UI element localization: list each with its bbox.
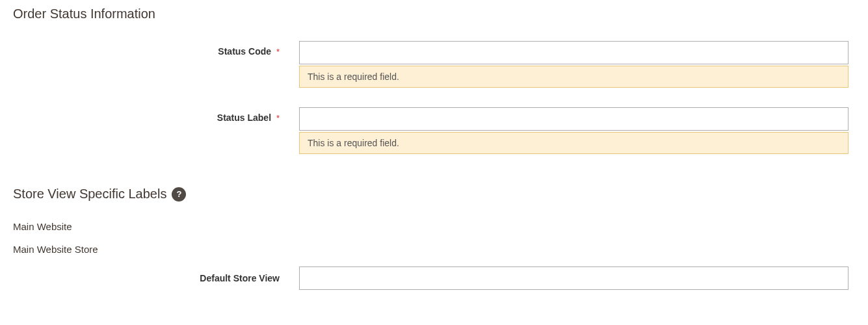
status-label-row: Status Label * This is a required field. bbox=[13, 107, 855, 154]
status-code-input[interactable] bbox=[299, 41, 848, 64]
order-status-info-heading: Order Status Information bbox=[13, 6, 855, 21]
required-asterisk-icon: * bbox=[276, 113, 280, 123]
status-label-input-col: This is a required field. bbox=[299, 107, 848, 154]
store-label: Main Website Store bbox=[13, 244, 855, 255]
required-asterisk-icon: * bbox=[276, 47, 280, 57]
help-icon[interactable]: ? bbox=[172, 187, 186, 202]
status-label-input[interactable] bbox=[299, 107, 848, 131]
status-code-input-col: This is a required field. bbox=[299, 41, 848, 88]
status-label-label: Status Label bbox=[217, 112, 271, 123]
status-code-error: This is a required field. bbox=[299, 66, 848, 88]
status-code-label: Status Code bbox=[218, 46, 271, 57]
default-store-view-input[interactable] bbox=[299, 266, 848, 290]
status-code-row: Status Code * This is a required field. bbox=[13, 41, 855, 88]
default-store-view-input-col bbox=[299, 266, 848, 290]
default-store-view-row: Default Store View bbox=[13, 266, 855, 290]
store-tree: Main Website Main Website Store Default … bbox=[13, 221, 855, 290]
website-label: Main Website bbox=[13, 221, 855, 232]
default-store-view-label: Default Store View bbox=[200, 273, 280, 283]
store-view-labels-heading: Store View Specific Labels ? bbox=[13, 187, 855, 202]
status-label-label-col: Status Label * bbox=[13, 107, 299, 123]
status-label-error: This is a required field. bbox=[299, 132, 848, 154]
default-store-view-label-col: Default Store View bbox=[13, 273, 299, 283]
status-code-label-col: Status Code * bbox=[13, 41, 299, 57]
